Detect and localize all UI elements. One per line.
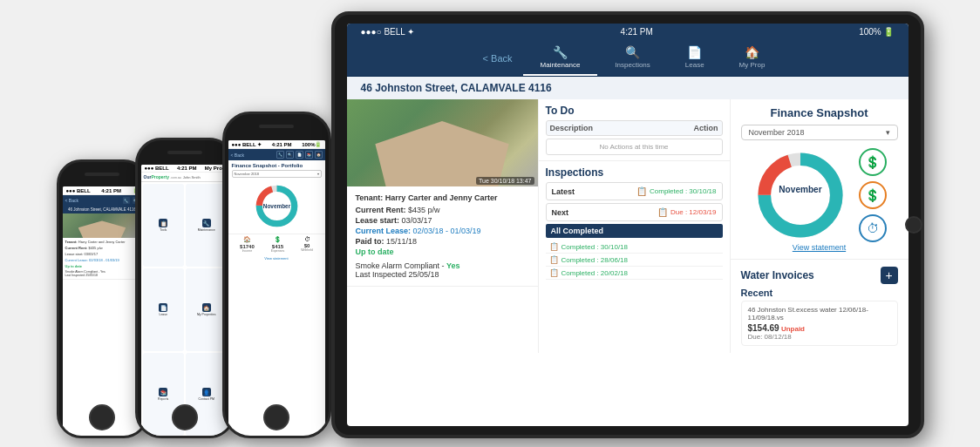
tablet-completed-row-1[interactable]: 📋 Completed : 30/10/18 [546, 240, 723, 254]
tablet-completed-row-2[interactable]: 📋 Completed : 28/06/18 [546, 254, 723, 267]
tablet-nav-myprop[interactable]: 🏠 My Prop [722, 40, 783, 76]
phone1-rent: $435 p/w [88, 246, 102, 250]
tablet-water-recent-label: Recent [741, 288, 898, 298]
phone3-carrier: ●●● BELL ✦ [232, 141, 262, 147]
phone2-header: OurProperty .com.au John Smith [141, 173, 229, 182]
tablet-inner: ●●●○ BELL ✦ 4:21 PM 100% 🔋 < Back 🔧 Main… [347, 24, 909, 426]
tablet-nav-back[interactable]: < Back [473, 50, 523, 67]
phone2-home-button[interactable] [172, 404, 198, 430]
phone2-lease-icon: 📄 [159, 303, 167, 312]
phone3-lease-icon[interactable]: 📄 [296, 151, 303, 159]
phone3-dropdown[interactable]: November 2018 ▾ [232, 170, 322, 178]
tablet-finance-income-btn[interactable]: 💲 [859, 148, 887, 176]
phone1-current-lease-row: Current Lease: 02/03/18 - 01/03/19 [65, 258, 140, 262]
tablet-myprop-icon: 🏠 [745, 45, 759, 59]
tablet-left-panel: Tenant: Harry Carter and Jenny Carter Cu… [347, 99, 539, 353]
phone2-inner: ●●● BELL 4:21 PM My Prop OurProperty .co… [141, 165, 229, 438]
phone1-rent-label: Current Rent: [65, 246, 88, 250]
tablet-nav-maintenance[interactable]: 🔧 Maintenance [523, 40, 598, 76]
tablet-nav-inspections[interactable]: 🔍 Inspections [597, 40, 667, 76]
phone3-income-icon: 🏠 [240, 236, 255, 243]
tablet-right-panel: Finance Snapshot November 2018 ▾ Novembe… [731, 99, 909, 353]
phone2-blog-section: Agency Blog [141, 437, 229, 438]
phone3-title: Finance Snapshot - Portfolio [228, 160, 325, 169]
tablet-finance-expenses-btn[interactable]: 💲 [859, 181, 887, 209]
phone1-home-button[interactable] [89, 404, 115, 430]
phone3-stats: 🏠 $1740 Income 💲 $415 Expenses ⏱ $0 With… [228, 234, 325, 254]
phone3-back[interactable]: < Back [231, 152, 244, 158]
phone3-view-statement[interactable]: View statement [228, 254, 325, 262]
tablet-nav: < Back 🔧 Maintenance 🔍 Inspections 📄 Lea… [347, 40, 909, 77]
phone3-income-stat: 🏠 $1740 Income [240, 236, 255, 253]
tablet-insp-latest[interactable]: Latest 📋 Completed : 30/10/18 [546, 182, 723, 200]
phone1-back[interactable]: < Back [65, 198, 78, 203]
tablet-insp-latest-date: Completed : 30/10/18 [650, 187, 717, 195]
tablet-completed-row-3[interactable]: 📋 Completed : 20/02/18 [546, 267, 723, 280]
tablet-smoke-inspected: Last Inspected 25/05/18 [356, 270, 439, 279]
tablet-time: 4:21 PM [621, 27, 653, 37]
tablet-nav-lease[interactable]: 📄 Lease [668, 40, 722, 76]
tablet-property-image [347, 99, 538, 186]
phone2-tile-contactpm-label: Contact PM [199, 397, 214, 401]
tablet-finance-dropdown[interactable]: November 2018 ▾ [741, 125, 898, 140]
tablet-water-invoice: 46 Johnston St.excess water 12/06/18-11/… [741, 301, 898, 346]
phone1-lease-start-label: Lease start: [65, 252, 84, 256]
tablet-nav-myprop-label: My Prop [739, 61, 766, 69]
phone3-expenses-icon: 💲 [271, 236, 284, 243]
phone2-tile-grid: 📋 Tools 🔧 Maintenance 📄 Lease 🏠 My Prope… [141, 182, 229, 437]
tablet-current-lease: 02/03/18 - 01/03/19 [413, 227, 481, 235]
tablet-insp-next-date: Due : 12/03/19 [670, 208, 716, 216]
tablet-status-bar: ●●●○ BELL ✦ 4:21 PM 100% 🔋 [347, 24, 909, 40]
tablet-rent-row: Current Rent: $435 p/w [356, 206, 529, 214]
tablet-donut-chart: November [752, 147, 848, 243]
phone1-status-bar: ●●● BELL 4:21 PM 🔋 [63, 186, 142, 195]
phone1-tools-icon[interactable]: 🔧 [123, 197, 130, 204]
phone2-tile-lease[interactable]: 📄 Lease [143, 268, 185, 351]
tablet-insp-latest-icon: 📋 [636, 186, 647, 196]
tablet-home-button[interactable] [905, 216, 922, 234]
tablet-smoke-row: Smoke Alarm Compliant - Yes Last Inspect… [356, 261, 529, 279]
tablet-water-invoice-amount: $154.69 [748, 323, 779, 333]
phone2-tile-myprops[interactable]: 🏠 My Properties [186, 268, 228, 351]
phone3-search-icon[interactable]: 🔍 [286, 151, 294, 159]
tablet-lease-start-label: Lease start: [356, 216, 400, 225]
tablet-finance-icons: 💲 💲 ⏱ [859, 148, 887, 242]
phone1-tenant-info: Tenant: Harry Carter and Jenny Carter Cu… [63, 238, 142, 280]
phone3-maintenance-icon[interactable]: 🔧 [276, 151, 284, 159]
tablet-view-statement[interactable]: View statement [741, 243, 898, 252]
phone3-expenses-label: Expenses [271, 249, 284, 253]
phone1-screen: ●●● BELL 4:21 PM 🔋 < Back 🔧 🔍 46 Johnsto… [63, 186, 142, 438]
phone3-dropdown-value: November 2018 [235, 172, 259, 176]
tablet-inspections-title: Inspections [546, 166, 723, 179]
tablet-rent-label: Current Rent: [356, 206, 406, 214]
phone2-tile-tools[interactable]: 📋 Tools [143, 184, 185, 267]
phone3-home-button[interactable] [263, 404, 289, 430]
phone3-home-icon[interactable]: 🏠 [315, 151, 323, 159]
tablet-insp-next-info: 📋 Due : 12/03/19 [657, 207, 716, 217]
tablet-body: Tenant: Harry Carter and Jenny Carter Cu… [347, 99, 909, 353]
tablet-finance-dropdown-value: November 2018 [749, 128, 805, 137]
tablet-water-add-btn[interactable]: + [881, 267, 898, 284]
phone1-address: 46 Johnston Street, CALAMVALE 4116 [63, 206, 142, 213]
tablet-tenant-info: Tenant: Harry Carter and Jenny Carter Cu… [347, 186, 538, 287]
tablet-insp-latest-label: Latest [552, 187, 575, 196]
phone2-tile-maintenance[interactable]: 🔧 Maintenance [186, 184, 228, 267]
phone3-reports-icon[interactable]: 📚 [305, 151, 313, 159]
tablet-completed-2-icon: 📋 [549, 255, 559, 264]
tablet-lease-icon: 📄 [687, 45, 702, 59]
tablet: ●●●○ BELL ✦ 4:21 PM 100% 🔋 < Back 🔧 Main… [331, 11, 924, 438]
tablet-insp-next[interactable]: Next 📋 Due : 12/03/19 [546, 203, 723, 221]
phone2-user-name: John Smith [183, 175, 201, 179]
tablet-water-invoice-amount-row: $154.69 Unpaid [748, 323, 891, 333]
tablet-completed-1-icon: 📋 [549, 242, 559, 251]
tablet-carrier: ●●●○ BELL ✦ [361, 27, 415, 37]
tablet-finance-clock-btn[interactable]: ⏱ [859, 214, 887, 242]
tablet-finance-title: Finance Snapshot [741, 106, 898, 119]
tablet-todo-title: To Do [546, 105, 723, 117]
tablet-lease-start-row: Lease start: 03/03/17 [356, 216, 529, 225]
phone3-expenses-stat: 💲 $415 Expenses [271, 236, 284, 253]
phone1-lease-start: 03/03/17 [85, 252, 99, 256]
phone1-lease-row: Lease start: 03/03/17 [65, 252, 140, 256]
phone1-smoke: Smoke Alarm Compliant - Yes Last Inspect… [65, 270, 140, 277]
tablet-finance-dropdown-arrow: ▾ [886, 128, 890, 137]
